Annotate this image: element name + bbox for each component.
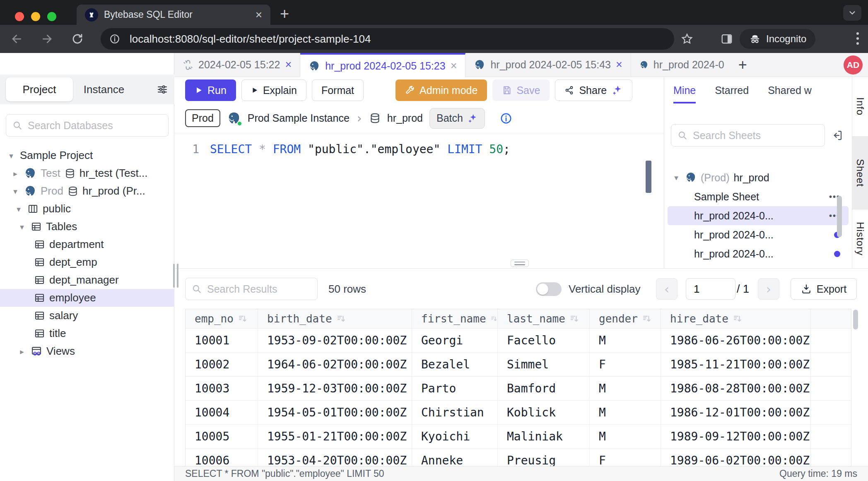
caret-right-icon[interactable]: ▸ (17, 347, 27, 356)
cell[interactable]: Facello (498, 329, 590, 352)
search-databases-input[interactable] (28, 120, 152, 132)
side-panel-icon[interactable] (721, 33, 733, 45)
tab-instance[interactable]: Instance (73, 83, 135, 96)
instance-name[interactable]: Prod Sample Instance (248, 112, 350, 124)
column-header[interactable]: gender (590, 309, 661, 328)
forward-button[interactable] (41, 33, 53, 45)
cell[interactable]: M (590, 329, 661, 352)
close-worksheet-icon[interactable]: × (451, 60, 457, 72)
tab-project[interactable]: Project (6, 77, 73, 101)
table-row[interactable]: 100051955-01-21T00:00:00ZKyoichiMaliniak… (186, 425, 851, 449)
column-header[interactable]: birth_date (258, 309, 412, 328)
collapse-panel-icon[interactable] (831, 129, 843, 142)
cell[interactable]: F (590, 353, 661, 376)
cell[interactable]: 1986-06-26T00:00:00Z (661, 329, 811, 352)
cell[interactable]: Maliniak (498, 425, 590, 448)
results-resize-handle[interactable] (511, 260, 529, 267)
search-sheets-field[interactable] (671, 124, 825, 147)
column-header[interactable]: emp_no (186, 309, 258, 328)
zoom-window-button[interactable] (47, 12, 56, 21)
column-header[interactable]: last_name (498, 309, 590, 328)
tree-node-schema-public[interactable]: ▾ public (0, 200, 174, 218)
close-worksheet-icon[interactable]: × (616, 59, 622, 70)
search-databases-field[interactable] (6, 114, 169, 137)
batch-button[interactable]: Batch (429, 108, 485, 129)
cell[interactable]: Bamford (498, 377, 590, 400)
sheet-item-selected[interactable]: hr_prod 2024-0... ••• (668, 206, 849, 225)
table-row[interactable]: 100041954-05-01T00:00:00ZChirstianKoblic… (186, 401, 851, 425)
column-header[interactable]: hire_date (661, 309, 811, 328)
cell[interactable]: 10006 (186, 449, 258, 467)
explain-button[interactable]: Explain (241, 79, 306, 101)
close-worksheet-icon[interactable]: × (285, 59, 292, 70)
close-tab-icon[interactable]: × (256, 9, 262, 21)
cell[interactable]: 10002 (186, 353, 258, 376)
cell[interactable]: Koblick (498, 401, 590, 424)
table-row[interactable]: 100031959-12-03T00:00:00ZPartoBamfordM19… (186, 377, 851, 401)
tree-node-table-salary[interactable]: salary (0, 307, 174, 325)
cell[interactable]: M (590, 425, 661, 448)
caret-down-icon[interactable]: ▾ (672, 173, 681, 182)
format-button[interactable]: Format (312, 79, 364, 101)
cell[interactable]: Anneke (412, 449, 498, 467)
info-circle-icon[interactable] (500, 112, 512, 125)
caret-down-icon[interactable]: ▾ (17, 222, 27, 231)
sheet-item[interactable]: hr_prod 2024-0... (668, 225, 849, 244)
cell[interactable]: 1955-01-21T00:00:00Z (258, 425, 412, 448)
worksheet-tab-4[interactable]: hr_prod 2024-0 (631, 53, 733, 77)
tree-node-tables[interactable]: ▾ Tables (0, 218, 174, 236)
close-window-button[interactable] (15, 12, 24, 21)
database-name[interactable]: hr_prod (387, 112, 423, 124)
save-button[interactable]: Save (492, 79, 550, 101)
tree-node-table-title[interactable]: title (0, 325, 174, 342)
editor-scrollbar-thumb[interactable] (646, 161, 651, 193)
tree-node-table-department[interactable]: department (0, 236, 174, 253)
sort-icon[interactable] (642, 314, 652, 324)
tree-node-project[interactable]: ▾ Sample Project (0, 147, 174, 164)
sheets-scrollbar-thumb[interactable] (837, 196, 842, 237)
cell[interactable]: 1953-09-02T00:00:00Z (258, 329, 412, 352)
cell[interactable]: 10003 (186, 377, 258, 400)
browser-menu-button[interactable] (856, 32, 859, 45)
rail-tab-history[interactable]: History (852, 209, 868, 268)
cell[interactable]: 1985-11-21T00:00:00Z (661, 353, 811, 376)
tab-shared-with-me[interactable]: Shared w (768, 77, 812, 103)
cell[interactable]: Chirstian (412, 401, 498, 424)
cell[interactable]: 10004 (186, 401, 258, 424)
tree-node-table-employee-selected[interactable]: employee (0, 289, 174, 307)
worksheet-tab-1[interactable]: 2024-02-05 15:22 × (174, 53, 300, 77)
cell[interactable]: 10005 (186, 425, 258, 448)
reload-button[interactable] (71, 33, 84, 45)
cell[interactable]: 1989-09-12T00:00:00Z (661, 425, 811, 448)
column-header[interactable]: first_name (412, 309, 498, 328)
tab-search-button[interactable] (843, 5, 861, 21)
cell[interactable]: F (590, 449, 661, 467)
run-button[interactable]: Run (185, 79, 236, 101)
tree-node-db-test[interactable]: ▸ Test hr_test (Test... (0, 164, 174, 182)
tree-node-db-prod[interactable]: ▾ Prod hr_prod (Pr... (0, 182, 174, 200)
table-row[interactable]: 100021964-06-02T00:00:00ZBezalelSimmelF1… (186, 353, 851, 377)
cell[interactable]: Parto (412, 377, 498, 400)
new-worksheet-button[interactable]: + (733, 53, 753, 77)
back-button[interactable] (11, 33, 23, 45)
cell[interactable]: M (590, 377, 661, 400)
new-browser-tab-button[interactable]: + (280, 5, 289, 23)
bookmark-star-icon[interactable] (681, 33, 693, 45)
sql-code-editor[interactable]: 1 SELECT * FROM "public"."employee" LIMI… (174, 133, 664, 268)
search-sheets-input[interactable] (693, 130, 809, 142)
address-bar[interactable]: localhost:8080/sql-editor/sheet/project-… (101, 28, 674, 50)
search-results-input[interactable] (207, 283, 302, 295)
cell[interactable]: 10001 (186, 329, 258, 352)
caret-down-icon[interactable]: ▾ (7, 151, 16, 160)
sort-icon[interactable] (490, 314, 497, 324)
sidebar-resize-handle[interactable] (173, 264, 178, 288)
cell[interactable]: 1964-06-02T00:00:00Z (258, 353, 412, 376)
table-scrollbar-thumb[interactable] (853, 310, 858, 329)
tree-node-views[interactable]: ▸ Views (0, 342, 174, 360)
caret-right-icon[interactable]: ▸ (11, 169, 20, 178)
cell[interactable]: 1989-06-02T00:00:00Z (661, 449, 811, 467)
filter-sliders-icon[interactable] (156, 83, 169, 96)
cell[interactable]: Preusig (498, 449, 590, 467)
cell[interactable]: Bezalel (412, 353, 498, 376)
cell[interactable]: 1954-05-01T00:00:00Z (258, 401, 412, 424)
